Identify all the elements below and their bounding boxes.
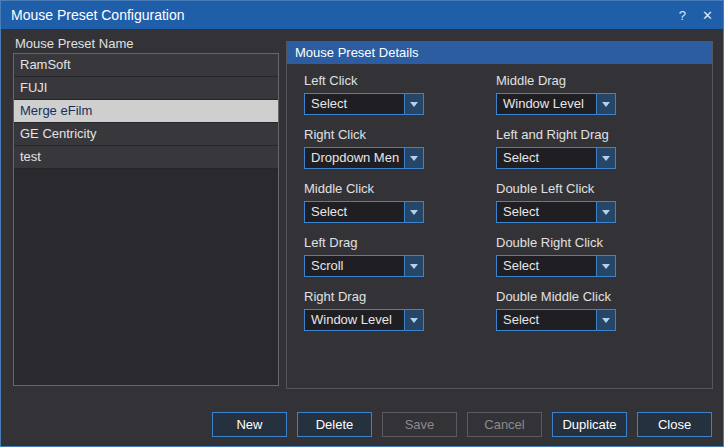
preset-list-item[interactable]: GE Centricity — [14, 123, 278, 146]
combo-value: Select — [497, 148, 596, 168]
chevron-down-icon[interactable] — [596, 202, 615, 222]
chevron-down-icon[interactable] — [596, 256, 615, 276]
field-double-middle-click: Double Middle Click Select — [496, 289, 688, 331]
field-label: Left Drag — [304, 235, 496, 250]
combo-value: Window Level — [305, 310, 404, 330]
delete-button[interactable]: Delete — [297, 412, 372, 437]
chevron-down-icon[interactable] — [404, 148, 423, 168]
chevron-down-icon[interactable] — [404, 94, 423, 114]
field-middle-click: Middle Click Select — [304, 181, 496, 223]
field-right-click: Right Click Dropdown Men — [304, 127, 496, 169]
chevron-down-icon[interactable] — [404, 256, 423, 276]
field-label: Double Right Click — [496, 235, 688, 250]
combo-value: Window Level — [497, 94, 596, 114]
left-drag-dropdown[interactable]: Scroll — [304, 255, 424, 277]
combo-value: Select — [305, 94, 404, 114]
field-label: Left and Right Drag — [496, 127, 688, 142]
combo-value: Select — [497, 310, 596, 330]
save-button[interactable]: Save — [382, 412, 457, 437]
preset-list-item[interactable]: test — [14, 146, 278, 169]
right-drag-dropdown[interactable]: Window Level — [304, 309, 424, 331]
combo-value: Select — [497, 256, 596, 276]
close-icon[interactable]: ✕ — [702, 9, 713, 22]
combo-value: Select — [305, 202, 404, 222]
field-left-drag: Left Drag Scroll — [304, 235, 496, 277]
right-click-dropdown[interactable]: Dropdown Men — [304, 147, 424, 169]
chevron-down-icon[interactable] — [596, 94, 615, 114]
field-label: Left Click — [304, 73, 496, 88]
left-click-dropdown[interactable]: Select — [304, 93, 424, 115]
middle-click-dropdown[interactable]: Select — [304, 201, 424, 223]
field-left-and-right-drag: Left and Right Drag Select — [496, 127, 688, 169]
chevron-down-icon[interactable] — [404, 310, 423, 330]
footer-buttons: New Delete Save Cancel Duplicate Close — [212, 412, 712, 437]
double-middle-click-dropdown[interactable]: Select — [496, 309, 616, 331]
field-double-left-click: Double Left Click Select — [496, 181, 688, 223]
field-label: Middle Click — [304, 181, 496, 196]
mouse-preset-configuration-dialog: Mouse Preset Configuration ? ✕ Mouse Pre… — [0, 0, 724, 447]
field-label: Right Click — [304, 127, 496, 142]
preset-list[interactable]: RamSoft FUJI Merge eFilm GE Centricity t… — [13, 53, 279, 386]
combo-value: Dropdown Men — [305, 148, 404, 168]
chevron-down-icon[interactable] — [404, 202, 423, 222]
field-label: Double Left Click — [496, 181, 688, 196]
combo-value: Select — [497, 202, 596, 222]
preset-list-item[interactable]: Merge eFilm — [14, 100, 278, 123]
combo-value: Scroll — [305, 256, 404, 276]
field-left-click: Left Click Select — [304, 73, 496, 115]
details-grid: Left Click Select Middle Drag Window Lev… — [287, 64, 712, 343]
field-right-drag: Right Drag Window Level — [304, 289, 496, 331]
preset-list-item[interactable]: RamSoft — [14, 54, 278, 77]
field-label: Middle Drag — [496, 73, 688, 88]
preset-list-item[interactable]: FUJI — [14, 77, 278, 100]
cancel-button[interactable]: Cancel — [467, 412, 542, 437]
duplicate-button[interactable]: Duplicate — [552, 412, 627, 437]
preset-list-label: Mouse Preset Name — [15, 36, 134, 51]
chevron-down-icon[interactable] — [596, 310, 615, 330]
middle-drag-dropdown[interactable]: Window Level — [496, 93, 616, 115]
field-label: Double Middle Click — [496, 289, 688, 304]
field-double-right-click: Double Right Click Select — [496, 235, 688, 277]
close-button[interactable]: Close — [637, 412, 712, 437]
window-title: Mouse Preset Configuration — [11, 7, 185, 23]
field-label: Right Drag — [304, 289, 496, 304]
titlebar[interactable]: Mouse Preset Configuration ? ✕ — [1, 1, 723, 29]
double-left-click-dropdown[interactable]: Select — [496, 201, 616, 223]
left-and-right-drag-dropdown[interactable]: Select — [496, 147, 616, 169]
double-right-click-dropdown[interactable]: Select — [496, 255, 616, 277]
details-header: Mouse Preset Details — [287, 42, 712, 64]
details-panel: Mouse Preset Details Left Click Select M… — [286, 41, 713, 389]
help-icon[interactable]: ? — [679, 9, 686, 22]
new-button[interactable]: New — [212, 412, 287, 437]
titlebar-buttons: ? ✕ — [679, 9, 713, 22]
field-middle-drag: Middle Drag Window Level — [496, 73, 688, 115]
chevron-down-icon[interactable] — [596, 148, 615, 168]
